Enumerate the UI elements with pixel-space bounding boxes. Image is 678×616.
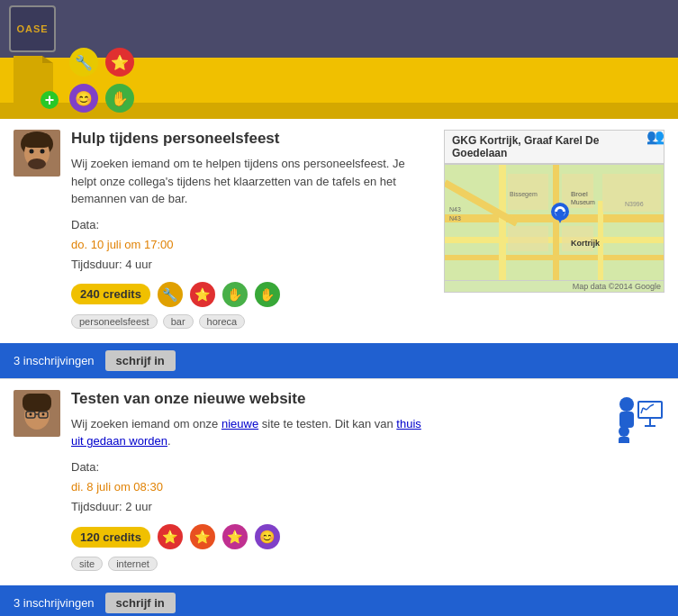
svg-text:Bissegem: Bissegem [510,191,538,198]
svg-rect-13 [499,165,506,281]
svg-point-41 [619,397,634,412]
star-circle[interactable]: ⭐ [105,48,134,77]
map-svg: Bissegem Broel Museum Kortrijk N43 N43 N… [445,165,664,281]
circle-star-1[interactable]: ⭐ [190,282,215,307]
circle-purple-1[interactable]: 😊 [255,524,280,549]
banner-circles: 🔧 ⭐ 😊 ✋ [69,48,134,113]
card-2-meta: Data: di. 8 juli om 08:30 Tijdsduur: 2 u… [71,457,433,517]
svg-point-51 [619,426,629,437]
card-1-data-label: Data: [71,215,433,235]
avatar-2 [14,390,60,437]
card-2-credits-row: 120 credits ⭐ ⭐ ⭐ 😊 [71,524,433,549]
card-2-inscriptions: 3 inschrijvingen [14,596,95,610]
card-1-content: Hulp tijdens personeelsfeest Wij zoeken … [71,130,433,332]
card-2-tags: site internet [71,557,433,571]
svg-text:Museum: Museum [571,199,595,205]
hand-circle[interactable]: ✋ [105,84,134,113]
highlight-nieuwe: nieuwe [221,417,258,430]
svg-point-8 [41,149,45,154]
yellow-banner: + 🔧 ⭐ 😊 ✋ [0,58,678,103]
card-1-tags: personeelsfeest bar horeca [71,314,433,329]
tag-internet[interactable]: internet [108,557,158,571]
circle-hand-1[interactable]: ✋ [222,282,248,307]
card-1-date: do. 10 juli om 17:00 [71,235,433,255]
map-footer: Map data ©2014 Google [444,281,664,293]
circle-wrench-1[interactable]: 🔧 [158,282,183,307]
svg-point-6 [28,159,46,169]
avatar-2-image [14,390,60,437]
card-1-credits: 240 credits [71,284,150,304]
card-1-meta: Data: do. 10 juli om 17:00 Tijdsduur: 4 … [71,215,433,275]
svg-rect-14 [553,165,559,281]
avatar-1-image [14,130,60,177]
card-2-body: Testen van onze nieuwe website Wij zoeke… [0,379,678,585]
card-2-footer: 3 inschrijvingen schrijf in [0,585,678,616]
tag-horeca[interactable]: horeca [199,314,246,329]
people-icon: 👥 [646,128,664,145]
svg-rect-52 [619,437,629,443]
card-1-duration: Tijdsduur: 4 uur [71,255,433,275]
card-1-map: 👥 GKG Kortrijk, Graaf Karel De Goedelaan [444,130,664,332]
card-1-description: Wij zoeken iemand om te helpen tijdens o… [71,155,433,208]
card-2-description: Wij zoeken iemand om onze nieuwe site te… [71,415,433,450]
svg-rect-42 [619,412,634,428]
svg-point-7 [30,149,34,154]
svg-marker-1 [42,56,53,63]
card-2: Testen van onze nieuwe website Wij zoeke… [0,379,678,616]
circle-orange-1[interactable]: ⭐ [190,524,215,549]
plus-badge[interactable]: + [41,91,59,109]
main-content: Hulp tijdens personeelsfeest Wij zoeken … [0,119,678,616]
map-container[interactable]: Bissegem Broel Museum Kortrijk N43 N43 N… [444,164,664,281]
circle-hand-2[interactable]: ✋ [255,282,280,307]
card-2-content: Testen van onze nieuwe website Wij zoeke… [71,390,433,575]
svg-point-39 [30,412,32,415]
card-1-inscriptions: 3 inschrijvingen [14,354,95,367]
circle-pink-1[interactable]: ⭐ [222,524,248,549]
svg-text:N43: N43 [449,215,461,222]
svg-text:Kortrijk: Kortrijk [571,239,601,248]
tag-personeelsfeest[interactable]: personeelsfeest [71,314,158,329]
svg-rect-35 [23,394,51,412]
card-2-schrijf-btn[interactable]: schrijf in [105,593,176,613]
map-label-area: 👥 GKG Kortrijk, Graaf Karel De Goedelaan [444,130,664,164]
card-2-remote-area [444,390,664,575]
card-2-date: di. 8 juli om 08:30 [71,477,433,497]
avatar-1 [14,130,60,177]
tag-bar[interactable]: bar [163,314,194,329]
card-1-footer: 3 inschrijvingen schrijf in [0,343,678,378]
card-1: Hulp tijdens personeelsfeest Wij zoeken … [0,119,678,379]
smile-circle[interactable]: 😊 [69,84,98,113]
logo[interactable]: OASE [9,5,56,52]
remote-work-icon [610,394,664,443]
card-2-title: Testen van onze nieuwe website [71,390,433,408]
circle-red-1[interactable]: ⭐ [158,524,183,549]
svg-text:N43: N43 [449,206,461,213]
svg-rect-20 [508,226,548,251]
svg-text:Broel: Broel [571,190,588,198]
card-2-credits: 120 credits [71,527,150,548]
svg-rect-5 [23,133,51,148]
card-2-duration: Tijdsduur: 2 uur [71,497,433,517]
card-1-credits-row: 240 credits 🔧 ⭐ ✋ ✋ [71,282,433,307]
card-2-data-label: Data: [71,457,433,477]
wrench-circle[interactable]: 🔧 [69,48,98,77]
card-1-body: Hulp tijdens personeelsfeest Wij zoeken … [0,119,678,343]
new-doc-area: + [14,56,53,105]
card-1-schrijf-btn[interactable]: schrijf in [105,350,176,371]
tag-site[interactable]: site [71,557,103,571]
card-1-title: Hulp tijdens personeelsfeest [71,130,433,148]
svg-text:N3996: N3996 [625,201,644,207]
svg-point-40 [42,412,45,415]
map-address: GKG Kortrijk, Graaf Karel De Goedelaan [444,130,664,164]
